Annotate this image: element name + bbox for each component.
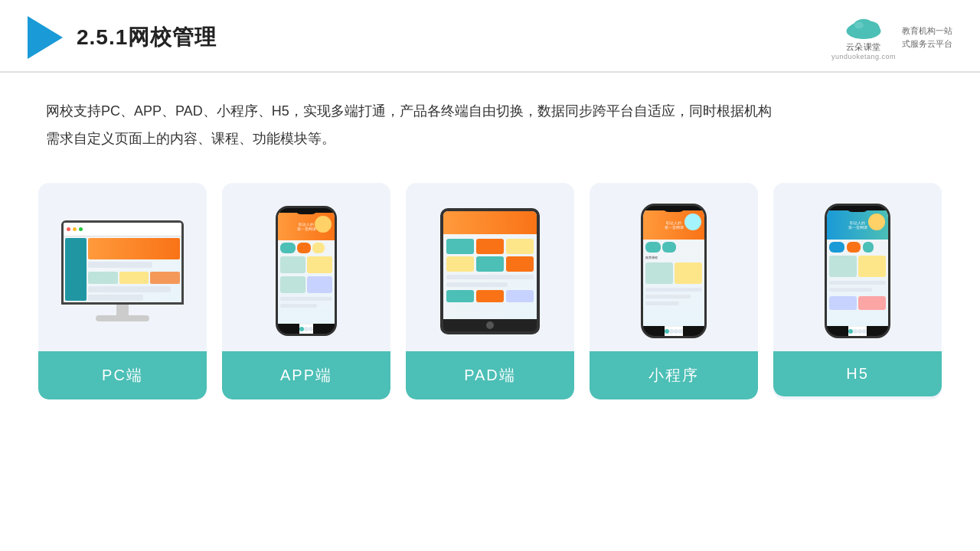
header: 2.5.1网校管理 云朵课堂 yunduoketang.com 教育机构一站 式…: [0, 0, 980, 73]
card-pc-label: PC端: [38, 351, 207, 399]
tablet-icon: [440, 208, 540, 334]
header-right: 云朵课堂 yunduoketang.com 教育机构一站 式服务云平台: [831, 14, 952, 60]
cards-container: PC端 职达人的第一堂网课: [46, 183, 934, 399]
card-app-label: APP端: [222, 351, 390, 399]
card-app: 职达人的第一堂网课: [222, 183, 390, 399]
cloud-logo: 云朵课堂 yunduoketang.com: [831, 14, 896, 60]
phone-h5-icon: 职达人的第一堂网课: [825, 204, 890, 338]
card-app-image: 职达人的第一堂网课: [222, 183, 390, 351]
card-miniprogram-image: 职达人的第一堂网课 推荐课程: [590, 183, 758, 351]
card-miniprogram-label: 小程序: [590, 351, 758, 399]
card-h5-label: H5: [773, 351, 942, 396]
card-pad-label: PAD端: [406, 351, 574, 399]
svg-point-4: [854, 22, 864, 29]
card-miniprogram: 职达人的第一堂网课 推荐课程: [590, 183, 758, 399]
card-pc: PC端: [38, 183, 207, 399]
content-area: 网校支持PC、APP、PAD、小程序、H5，实现多端打通，产品各终端自由切换，数…: [0, 73, 980, 415]
card-pad: PAD端: [406, 183, 574, 399]
description-text: 网校支持PC、APP、PAD、小程序、H5，实现多端打通，产品各终端自由切换，数…: [46, 97, 934, 152]
card-pc-image: [38, 183, 207, 351]
brand-tagline: 教育机构一站 式服务云平台: [902, 24, 952, 50]
logo-triangle-icon: [28, 16, 63, 59]
card-h5-image: 职达人的第一堂网课: [773, 183, 942, 351]
brand-url: yunduoketang.com: [831, 53, 896, 60]
card-pad-image: [406, 183, 574, 351]
pc-monitor-icon: [61, 220, 184, 321]
page-title: 2.5.1网校管理: [77, 23, 217, 52]
phone-miniprogram-icon: 职达人的第一堂网课 推荐课程: [641, 204, 707, 338]
header-left: 2.5.1网校管理: [28, 16, 217, 59]
cloud-icon: [841, 14, 887, 41]
card-h5: 职达人的第一堂网课: [773, 183, 942, 399]
brand-name: 云朵课堂: [846, 41, 881, 53]
phone-app-icon: 职达人的第一堂网课: [276, 206, 337, 336]
